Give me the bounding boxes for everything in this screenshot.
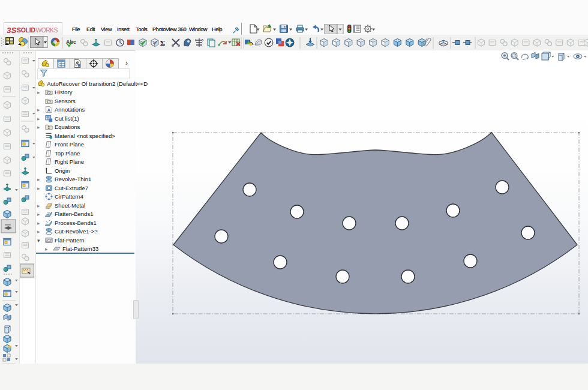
svg-text:Σ: Σ xyxy=(47,125,50,130)
svg-text:WORKS: WORKS xyxy=(36,27,58,34)
svg-text:3S: 3S xyxy=(7,26,17,35)
svg-text:SOLID: SOLID xyxy=(17,27,35,34)
svg-text:A: A xyxy=(47,107,51,113)
